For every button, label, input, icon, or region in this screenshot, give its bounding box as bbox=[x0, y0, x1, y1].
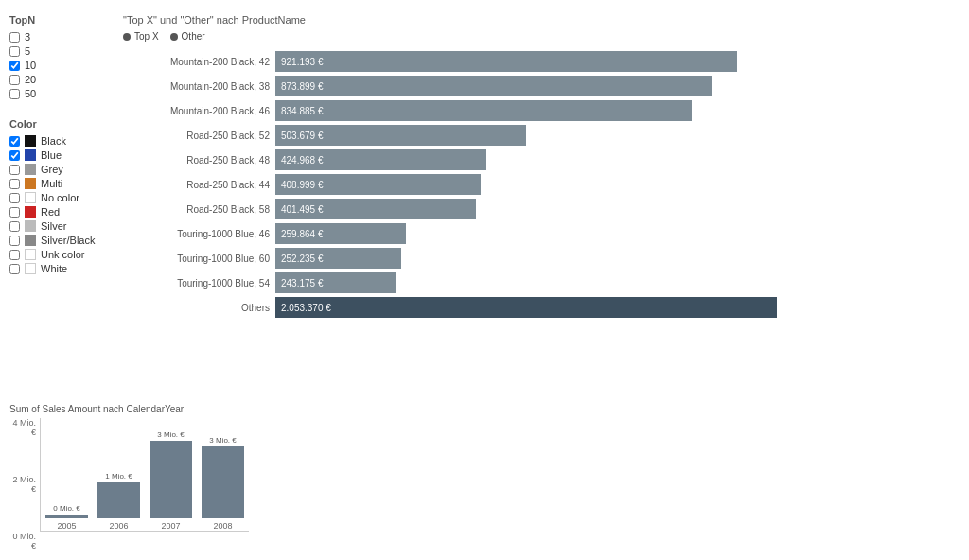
color-checkbox-multi[interactable] bbox=[9, 179, 20, 189]
color-label-unk-color: Unk color bbox=[41, 249, 84, 260]
topn-item-50[interactable]: 50 bbox=[9, 88, 104, 99]
topn-checkbox-20[interactable] bbox=[9, 75, 20, 85]
legend-topx: Top X bbox=[123, 31, 159, 42]
color-label-black: Black bbox=[41, 135, 66, 147]
h-bar-track-10: 2.053.370 € bbox=[275, 297, 777, 318]
topn-checkbox-50[interactable] bbox=[9, 89, 20, 99]
color-label-white: White bbox=[41, 263, 67, 274]
topn-label-50: 50 bbox=[25, 88, 36, 99]
h-bar-track-3: 503.679 € bbox=[275, 125, 526, 146]
h-bar-row-0: Mountain-200 Black, 42921.193 € bbox=[123, 51, 950, 72]
color-swatch-no-color bbox=[25, 192, 36, 203]
color-checkbox-white[interactable] bbox=[9, 264, 20, 274]
color-item-multi[interactable]: Multi bbox=[9, 178, 104, 189]
topn-item-3[interactable]: 3 bbox=[9, 31, 104, 43]
color-swatch-black bbox=[25, 135, 36, 147]
h-bar-value-7: 259.864 € bbox=[281, 229, 324, 239]
color-label-silver/black: Silver/Black bbox=[41, 235, 95, 246]
h-bar-label-2: Mountain-200 Black, 46 bbox=[123, 106, 270, 116]
color-swatch-red bbox=[25, 206, 36, 218]
legend-topx-dot bbox=[123, 33, 131, 41]
h-bar-track-8: 252.235 € bbox=[275, 248, 401, 269]
bottom-bar-xlabel-2005: 2005 bbox=[57, 521, 76, 531]
color-label-multi: Multi bbox=[41, 178, 62, 189]
main-chart-title: "Top X" und "Other" nach ProductName bbox=[123, 14, 950, 26]
color-item-grey[interactable]: Grey bbox=[9, 164, 104, 175]
h-bar-track-5: 408.999 € bbox=[275, 174, 481, 195]
color-item-white[interactable]: White bbox=[9, 263, 104, 274]
topn-item-5[interactable]: 5 bbox=[9, 45, 104, 57]
h-bar-fill-1: 873.899 € bbox=[275, 76, 712, 96]
color-checkbox-no-color[interactable] bbox=[9, 193, 20, 203]
color-item-silver[interactable]: Silver bbox=[9, 220, 104, 232]
h-bar-value-5: 408.999 € bbox=[281, 180, 324, 190]
h-bar-value-2: 834.885 € bbox=[281, 106, 324, 116]
h-bar-fill-4: 424.968 € bbox=[275, 149, 486, 170]
topn-label-10: 10 bbox=[25, 60, 36, 71]
color-checkbox-grey[interactable] bbox=[9, 165, 20, 175]
h-bar-value-10: 2.053.370 € bbox=[281, 303, 331, 313]
color-checkbox-red[interactable] bbox=[9, 207, 20, 218]
topn-checkbox-3[interactable] bbox=[9, 32, 20, 43]
h-bar-label-10: Others bbox=[123, 303, 270, 313]
h-bar-fill-3: 503.679 € bbox=[275, 125, 526, 146]
legend-other-label: Other bbox=[182, 31, 205, 42]
topn-item-10[interactable]: 10 bbox=[9, 60, 104, 71]
h-bar-track-6: 401.495 € bbox=[275, 199, 476, 219]
topn-item-20[interactable]: 20 bbox=[9, 74, 104, 85]
color-checkbox-silver[interactable] bbox=[9, 221, 20, 232]
h-bar-fill-5: 408.999 € bbox=[275, 174, 481, 195]
h-bar-label-9: Touring-1000 Blue, 54 bbox=[123, 278, 270, 289]
h-bar-label-6: Road-250 Black, 58 bbox=[123, 204, 270, 215]
h-bar-fill-2: 834.885 € bbox=[275, 100, 692, 121]
h-bar-value-4: 424.968 € bbox=[281, 155, 324, 166]
h-bar-value-0: 921.193 € bbox=[281, 57, 324, 67]
h-bar-label-1: Mountain-200 Black, 38 bbox=[123, 81, 270, 92]
color-swatch-silver/black bbox=[25, 235, 36, 246]
h-bar-track-0: 921.193 € bbox=[275, 51, 737, 72]
h-bar-label-8: Touring-1000 Blue, 60 bbox=[123, 254, 270, 264]
color-label-red: Red bbox=[41, 206, 60, 218]
h-bar-fill-9: 243.175 € bbox=[275, 272, 396, 293]
color-item-black[interactable]: Black bbox=[9, 135, 104, 147]
h-bar-value-3: 503.679 € bbox=[281, 131, 324, 141]
h-bar-label-4: Road-250 Black, 48 bbox=[123, 155, 270, 166]
bottom-bar-value-2005: 0 Mio. € bbox=[53, 504, 79, 513]
h-bar-row-1: Mountain-200 Black, 38873.899 € bbox=[123, 76, 950, 96]
topn-filter-section: TopN 35102050 bbox=[9, 14, 104, 99]
color-label-grey: Grey bbox=[41, 164, 63, 175]
topn-label-3: 3 bbox=[25, 31, 30, 43]
color-checkbox-silver/black[interactable] bbox=[9, 236, 20, 246]
color-swatch-multi bbox=[25, 178, 36, 189]
color-item-no-color[interactable]: No color bbox=[9, 192, 104, 203]
topn-checkbox-10[interactable] bbox=[9, 61, 20, 71]
h-bar-fill-10: 2.053.370 € bbox=[275, 297, 777, 318]
h-bar-track-9: 243.175 € bbox=[275, 272, 396, 293]
h-bar-value-9: 243.175 € bbox=[281, 278, 324, 289]
color-item-unk-color[interactable]: Unk color bbox=[9, 249, 104, 260]
color-label-blue: Blue bbox=[41, 149, 62, 161]
color-checkbox-blue[interactable] bbox=[9, 150, 20, 161]
h-bar-label-3: Road-250 Black, 52 bbox=[123, 131, 270, 141]
h-bar-fill-0: 921.193 € bbox=[275, 51, 737, 72]
color-title: Color bbox=[9, 118, 104, 130]
topn-title: TopN bbox=[9, 14, 104, 26]
color-item-blue[interactable]: Blue bbox=[9, 149, 104, 161]
color-swatch-silver bbox=[25, 220, 36, 232]
h-bar-value-1: 873.899 € bbox=[281, 81, 324, 92]
h-bar-value-8: 252.235 € bbox=[281, 254, 324, 264]
h-bar-row-9: Touring-1000 Blue, 54243.175 € bbox=[123, 272, 950, 293]
h-bar-fill-6: 401.495 € bbox=[275, 199, 476, 219]
color-checkbox-unk-color[interactable] bbox=[9, 250, 20, 260]
bottom-bar-2005: 0 Mio. €2005 bbox=[45, 504, 88, 531]
color-checkbox-black[interactable] bbox=[9, 136, 20, 147]
color-item-silver/black[interactable]: Silver/Black bbox=[9, 235, 104, 246]
y-label-4m: 4 Mio. € bbox=[9, 418, 36, 437]
h-bar-row-7: Touring-1000 Blue, 46259.864 € bbox=[123, 223, 950, 244]
legend: Top X Other bbox=[123, 31, 950, 42]
bottom-bar-rect-2005 bbox=[45, 515, 88, 518]
color-item-red[interactable]: Red bbox=[9, 206, 104, 218]
h-bar-row-8: Touring-1000 Blue, 60252.235 € bbox=[123, 248, 950, 269]
topn-checkbox-5[interactable] bbox=[9, 46, 20, 57]
legend-other: Other bbox=[170, 31, 205, 42]
